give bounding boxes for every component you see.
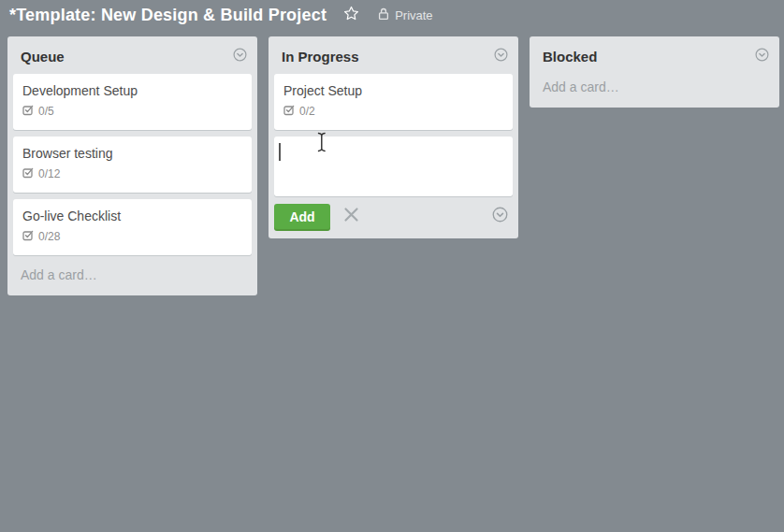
chevron-down-circle-icon [755, 48, 769, 65]
list-title[interactable]: Queue [21, 49, 65, 65]
add-card-submit-button[interactable]: Add [274, 204, 330, 229]
text-caret [279, 143, 281, 161]
board-header: *Template: New Design & Build Project Pr… [0, 0, 784, 31]
checklist-badge: 0/5 [22, 103, 242, 120]
lock-icon [378, 7, 389, 24]
card-title: Development Setup [22, 82, 242, 99]
composer-controls: Add [274, 204, 513, 233]
visibility-badge[interactable]: Private [378, 7, 432, 24]
list-title[interactable]: In Progress [282, 49, 359, 65]
checklist-count: 0/12 [38, 167, 60, 180]
card-title: Browser testing [22, 145, 242, 162]
checklist-badge: 0/12 [22, 165, 242, 182]
list-header: Blocked [535, 42, 774, 74]
checklist-badge: 0/28 [22, 228, 242, 245]
star-icon [343, 6, 359, 25]
checklist-icon [22, 228, 35, 245]
list-menu-button[interactable] [232, 47, 248, 66]
x-icon [342, 206, 360, 227]
star-button[interactable] [343, 6, 359, 25]
list-menu-button[interactable] [493, 47, 509, 66]
checklist-icon [22, 165, 35, 182]
list-menu-button[interactable] [754, 47, 770, 66]
list-header: In Progress [274, 42, 513, 74]
card-development-setup[interactable]: Development Setup 0/5 [13, 74, 252, 130]
list-title[interactable]: Blocked [543, 49, 597, 65]
board-canvas: Queue Development Setup [0, 31, 784, 295]
chevron-down-circle-icon [492, 207, 508, 226]
board-title[interactable]: *Template: New Design & Build Project [9, 6, 327, 25]
visibility-label: Private [395, 8, 432, 22]
add-card-link[interactable]: Add a card… [535, 74, 774, 102]
card-composer-textarea[interactable] [274, 137, 513, 196]
checklist-count: 0/2 [299, 105, 315, 118]
composer-menu-button[interactable] [491, 206, 509, 227]
list-in-progress: In Progress Project Setup [269, 36, 518, 238]
checklist-icon [22, 103, 35, 120]
chevron-down-circle-icon [233, 48, 247, 65]
card-go-live-checklist[interactable]: Go-live Checklist 0/28 [13, 199, 252, 255]
card-title: Go-live Checklist [22, 208, 242, 224]
add-card-link[interactable]: Add a card… [13, 262, 252, 290]
card-browser-testing[interactable]: Browser testing 0/12 [13, 137, 252, 193]
checklist-count: 0/28 [38, 230, 60, 243]
chevron-down-circle-icon [494, 48, 508, 65]
card-title: Project Setup [283, 82, 503, 99]
list-header: Queue [13, 42, 252, 74]
card-project-setup[interactable]: Project Setup 0/2 [274, 74, 513, 130]
list-queue: Queue Development Setup [7, 36, 257, 295]
checklist-icon [283, 103, 296, 120]
checklist-count: 0/5 [38, 105, 54, 118]
list-blocked: Blocked Add a card… [530, 36, 779, 108]
close-composer-button[interactable] [342, 206, 360, 227]
checklist-badge: 0/2 [283, 103, 503, 120]
